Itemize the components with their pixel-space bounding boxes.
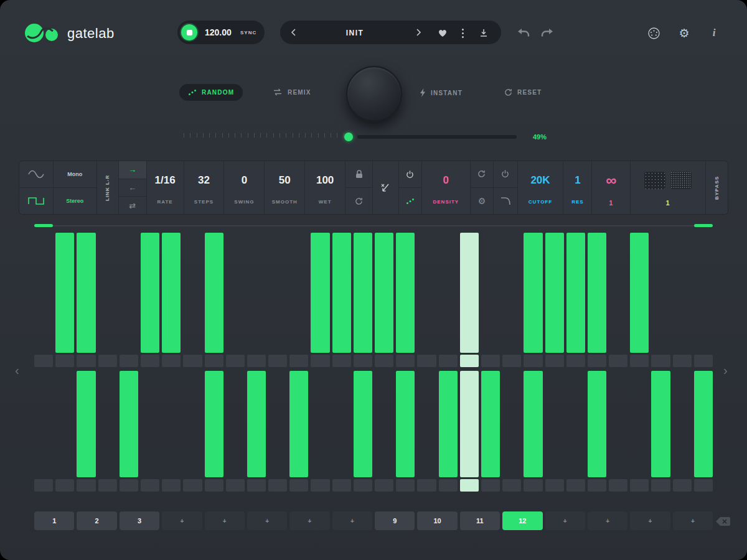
mono-button[interactable]: Mono xyxy=(54,161,96,188)
info-button[interactable]: i xyxy=(709,27,719,39)
pattern-button-3[interactable]: 3 xyxy=(120,511,159,530)
gate-bar-active[interactable] xyxy=(545,233,564,353)
step-offset-cell[interactable] xyxy=(34,479,53,492)
preset-next-button[interactable] xyxy=(413,27,425,38)
rate-cell[interactable]: 1/16 RATE xyxy=(147,161,184,214)
step-column-2[interactable] xyxy=(55,371,74,492)
step-column-18[interactable] xyxy=(396,233,415,367)
step-offset-cell[interactable] xyxy=(502,355,521,367)
gate-bar-empty[interactable] xyxy=(502,371,521,477)
step-column-11[interactable] xyxy=(247,371,266,492)
step-offset-cell[interactable] xyxy=(226,355,245,367)
play-stop-button[interactable] xyxy=(181,24,197,40)
step-offset-cell[interactable] xyxy=(524,479,542,492)
gate-bar-empty[interactable] xyxy=(34,371,53,477)
step-offset-cell[interactable] xyxy=(247,479,266,492)
infinite-loop-button[interactable]: ∞ xyxy=(592,161,630,199)
step-column-25[interactable] xyxy=(545,371,564,492)
gate-bar-empty[interactable] xyxy=(694,233,713,353)
step-offset-cell[interactable] xyxy=(141,479,159,492)
step-column-14[interactable] xyxy=(311,233,329,367)
step-offset-cell[interactable] xyxy=(354,355,372,367)
step-column-24[interactable] xyxy=(524,233,542,367)
pattern-button-11[interactable]: 11 xyxy=(460,511,500,530)
gate-bar-empty[interactable] xyxy=(34,233,53,353)
mod-settings-button[interactable]: ⚙ xyxy=(471,188,494,215)
gate-bar-active[interactable] xyxy=(332,233,351,353)
step-column-13[interactable] xyxy=(289,371,308,492)
step-offset-cell[interactable] xyxy=(545,479,564,492)
step-offset-cell[interactable] xyxy=(694,479,713,492)
swing-value[interactable]: 0 xyxy=(224,161,264,199)
step-column-9[interactable] xyxy=(205,233,223,367)
clear-pattern-button[interactable] xyxy=(715,516,731,526)
gate-bar-active[interactable] xyxy=(460,371,479,477)
scroll-left-button[interactable]: ‹ xyxy=(15,363,19,378)
pattern-add-button[interactable]: + xyxy=(247,511,287,530)
gate-bar-active[interactable] xyxy=(55,233,74,353)
step-column-21[interactable] xyxy=(460,371,479,492)
gate-bar-empty[interactable] xyxy=(481,233,500,353)
density-power-button[interactable] xyxy=(399,161,421,188)
gate-bar-empty[interactable] xyxy=(439,233,458,353)
step-offset-cell[interactable] xyxy=(439,479,458,492)
texture-pattern-2[interactable] xyxy=(670,172,692,189)
gate-bar-empty[interactable] xyxy=(226,233,245,353)
reset-button[interactable]: RESET xyxy=(504,88,542,96)
step-offset-cell[interactable] xyxy=(524,355,542,367)
rate-value[interactable]: 1/16 xyxy=(147,161,184,199)
step-offset-cell[interactable] xyxy=(162,479,181,492)
gate-bar-empty[interactable] xyxy=(566,371,585,477)
step-column-31[interactable] xyxy=(673,371,692,492)
relock-button[interactable] xyxy=(345,188,372,214)
random-button[interactable]: RANDOM xyxy=(179,84,243,101)
gate-bar-active[interactable] xyxy=(524,371,542,477)
step-offset-cell[interactable] xyxy=(332,479,351,492)
gate-bar-active[interactable] xyxy=(588,233,606,353)
step-offset-cell[interactable] xyxy=(162,355,181,367)
step-offset-cell[interactable] xyxy=(247,355,266,367)
sync-toggle[interactable]: SYNC xyxy=(240,30,256,35)
favorite-button[interactable] xyxy=(437,28,448,38)
wet-cell[interactable]: 100 WET xyxy=(305,161,345,214)
density-value[interactable]: 0 xyxy=(422,161,470,199)
step-column-4[interactable] xyxy=(98,371,117,492)
step-column-30[interactable] xyxy=(651,371,670,492)
step-column-14[interactable] xyxy=(311,371,329,492)
step-offset-cell[interactable] xyxy=(673,355,692,367)
step-column-29[interactable] xyxy=(630,233,649,367)
gate-bar-active[interactable] xyxy=(694,371,713,477)
step-offset-cell[interactable] xyxy=(289,479,308,492)
step-offset-cell[interactable] xyxy=(651,355,670,367)
step-offset-cell[interactable] xyxy=(630,355,649,367)
step-offset-cell[interactable] xyxy=(34,355,53,367)
step-offset-cell[interactable] xyxy=(289,355,308,367)
step-column-15[interactable] xyxy=(332,233,351,367)
gate-bar-empty[interactable] xyxy=(141,371,159,477)
step-column-19[interactable] xyxy=(417,371,436,492)
gate-bar-empty[interactable] xyxy=(673,233,692,353)
gate-bar-active[interactable] xyxy=(354,233,372,353)
wet-value[interactable]: 100 xyxy=(305,161,345,199)
step-offset-cell[interactable] xyxy=(651,479,670,492)
step-column-4[interactable] xyxy=(98,233,117,367)
redo-button[interactable] xyxy=(540,27,554,37)
gate-bar-empty[interactable] xyxy=(673,371,692,477)
step-column-26[interactable] xyxy=(566,233,585,367)
step-offset-cell[interactable] xyxy=(183,355,202,367)
step-column-7[interactable] xyxy=(162,233,181,367)
step-offset-cell[interactable] xyxy=(481,355,500,367)
step-column-12[interactable] xyxy=(268,233,287,367)
gate-bar-empty[interactable] xyxy=(417,233,436,353)
step-offset-cell[interactable] xyxy=(55,355,74,367)
instant-button[interactable]: INSTANT xyxy=(420,88,463,97)
step-offset-cell[interactable] xyxy=(311,355,329,367)
loop-end-handle[interactable] xyxy=(694,224,713,227)
gate-bar-active[interactable] xyxy=(566,233,585,353)
step-column-23[interactable] xyxy=(502,371,521,492)
step-offset-cell[interactable] xyxy=(460,355,479,367)
gate-bar-empty[interactable] xyxy=(247,233,266,353)
step-column-27[interactable] xyxy=(588,371,606,492)
step-offset-cell[interactable] xyxy=(502,479,521,492)
gate-bar-empty[interactable] xyxy=(609,233,627,353)
